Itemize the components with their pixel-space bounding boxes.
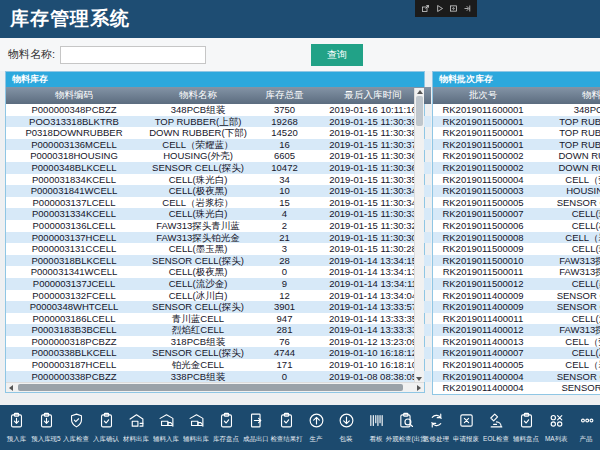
table-row[interactable]: POO313318BLKTRBTOP RUBBER(上部)192682019-0… xyxy=(6,116,431,128)
scroll-left-arrow-icon[interactable] xyxy=(9,385,13,391)
table-row[interactable]: RK2019011500008CELL（岩浆棕） xyxy=(433,232,600,244)
table-row[interactable]: P000003187HCELL铂光金CELL1712019-01-10 16:1… xyxy=(6,359,431,371)
toolbar-button[interactable]: 预入库 xyxy=(1,412,31,444)
toolbar-button[interactable]: 辅料盘点 xyxy=(511,412,541,444)
table-row[interactable]: RK2019011400004SENSOR CELL(探 xyxy=(433,382,600,394)
table-row[interactable]: RK2019011400009SENSOR CELL(探头 xyxy=(433,301,600,313)
table-cell: 14520 xyxy=(254,127,315,139)
search-label: 物料名称: xyxy=(8,47,55,62)
column-header[interactable]: 物料名称 xyxy=(142,87,254,104)
toolbar-button[interactable]: MA列表 xyxy=(541,412,571,444)
table-row[interactable]: P000000348PCBZZ348PCB组装37502019-01-16 10… xyxy=(6,104,431,116)
query-button[interactable]: 查询 xyxy=(311,44,363,66)
table-row[interactable]: P0003183B3BCELL烈焰红CELL2812019-01-14 13:3… xyxy=(6,324,431,336)
scroll-right-arrow-icon[interactable] xyxy=(417,385,421,391)
warehouse-truck-icon xyxy=(188,412,205,433)
column-header[interactable]: 库存总量 xyxy=(254,87,315,104)
table-row[interactable]: P000003137JCELLCELL(流沙金)92019-01-14 13:3… xyxy=(6,278,431,290)
scrollbar-thumb[interactable] xyxy=(416,96,423,126)
table-row[interactable]: RK2019011400009SENSOR CELL(探头 xyxy=(433,290,600,302)
toolbar-button[interactable]: 产品 xyxy=(571,412,600,444)
material-name-input[interactable] xyxy=(60,46,206,64)
toolbar-button[interactable]: 辅料出库 xyxy=(181,412,211,444)
table-row[interactable]: P000003186LCELL青川蓝CELL9472019-01-14 13:3… xyxy=(6,313,431,325)
table-row[interactable]: RK2019011500001TOP RUBBER(上部 xyxy=(433,116,600,128)
column-header[interactable]: 批次号 xyxy=(433,87,533,104)
microscope-icon xyxy=(488,412,505,433)
table-row[interactable]: RK2019011500010FAW313探头青川蓝 xyxy=(433,255,600,267)
table-cell: SENSOR CELL(探头) xyxy=(142,347,254,359)
table-row[interactable]: RK2019011500003HOUSING(外壳) xyxy=(433,185,600,197)
table-row[interactable]: P0000318BLKCELLSENSOR CELL(探头)282019-01-… xyxy=(6,255,431,267)
table-row[interactable]: P000003132FCELLCELL(冰川白)122019-01-14 13:… xyxy=(6,290,431,302)
table-row[interactable]: RK2019011500011FAW313探头铂光金 xyxy=(433,266,600,278)
table-row[interactable]: RK2019011500006CELL(极夜黑) xyxy=(433,220,600,232)
table-row[interactable]: RK2019011500001TOP RUBBER(上部 xyxy=(433,127,600,139)
toolbar-button[interactable]: EOL检查 xyxy=(481,412,511,444)
table-row[interactable]: RK2019011500012CELL(墨玉黑) xyxy=(433,278,600,290)
scroll-up-arrow-icon[interactable] xyxy=(417,90,423,94)
table-cell: CELL(冰川白) xyxy=(142,290,254,302)
table-row[interactable]: P000031341WCELLCELL(极夜黑)02019-01-14 13:3… xyxy=(6,266,431,278)
recorder-overlay[interactable] xyxy=(415,0,477,17)
table-row[interactable]: P000003131CCELLCELL(墨玉黑)32019-01-15 11:3… xyxy=(6,243,431,255)
toolbar-button[interactable]: 检查结果打 xyxy=(271,412,301,444)
table-row[interactable]: RK2019011600001348PCB组装 xyxy=(433,104,600,116)
scroll-down-arrow-icon[interactable] xyxy=(416,377,422,381)
toolbar-button[interactable]: 库存盘点 xyxy=(211,412,241,444)
horizontal-scrollbar[interactable] xyxy=(6,382,424,392)
table-row[interactable]: P0000318HOUSINGHOUSING(外壳)66052019-01-15… xyxy=(6,150,431,162)
table-row[interactable]: P0318DOWNRUBBERDOWN RUBBER(下部)145202019-… xyxy=(6,127,431,139)
column-header[interactable]: 物料名称 xyxy=(533,87,600,104)
toolbar-button[interactable]: 辅料入库 xyxy=(151,412,181,444)
table-row[interactable]: P0000348WHTCELLSENSOR CELL(探头)39012019-0… xyxy=(6,301,431,313)
table-row[interactable]: RK2019011500009CELL(珠光白) xyxy=(433,243,600,255)
play-icon[interactable] xyxy=(435,4,444,13)
toolbar-button[interactable]: 生产 xyxy=(301,412,331,444)
table-row[interactable]: RK2019011400013CELL（荣耀蓝） xyxy=(433,336,600,348)
toolbar-button[interactable]: 外观检查(出货 xyxy=(391,412,421,444)
table-row[interactable]: P000003136LCELLFAW313探头青川蓝22019-01-15 11… xyxy=(6,220,431,232)
table-row[interactable]: P0000348BLKCELLSENSOR CELL(探头)104722019-… xyxy=(6,162,431,174)
table-cell: RK2019011500001 xyxy=(433,116,533,128)
toolbar-button[interactable]: 返修处理 xyxy=(421,412,451,444)
column-header[interactable]: 物料编码 xyxy=(6,87,142,104)
table-row[interactable]: RK2019011400012FAW313探头铂光金 xyxy=(433,324,600,336)
toolbar-button[interactable]: 材料出库 xyxy=(121,412,151,444)
toolbar-button[interactable]: 成品出口 xyxy=(241,412,271,444)
table-row[interactable]: RK2019011400005CELL（岩浆棕） xyxy=(433,359,600,371)
export-icon[interactable] xyxy=(421,4,430,13)
toolbar-button[interactable]: 入库确认 xyxy=(91,412,121,444)
table-row[interactable]: RK2019011500001TOP RUBBER(上部 xyxy=(433,139,600,151)
toolbar-button[interactable]: 预入库现5 xyxy=(31,412,61,444)
table-row[interactable]: P000000318PCBZZ318PCB组装762019-01-12 13:2… xyxy=(6,336,431,348)
table-cell: P000003137JCELL xyxy=(6,278,142,290)
toolbar-label: 外观检查(出货 xyxy=(386,434,427,443)
table-row[interactable]: RK2019011400007CELL(冰川白) xyxy=(433,347,600,359)
table-cell: 16 xyxy=(254,139,315,151)
table-row[interactable]: P000031834KCELLCELL(珠光白)342019-01-15 11:… xyxy=(6,174,431,186)
screen-icon[interactable] xyxy=(449,4,458,13)
table-row[interactable]: P000031334KCELLCELL(珠光白)42019-01-15 11:3… xyxy=(6,208,431,220)
table-row[interactable]: P000003137HCELLFAW313探头铂光金212019-01-15 1… xyxy=(6,232,431,244)
table-row[interactable]: RK2019011500007CELL(珠光白) xyxy=(433,208,600,220)
table-row[interactable]: P000003137LCELLCELL（岩浆棕）152019-01-15 11:… xyxy=(6,197,431,209)
table-cell: RK2019011500006 xyxy=(433,220,533,232)
table-row[interactable]: P000031841WCELLCELL(极夜黑)102019-01-15 11:… xyxy=(6,185,431,197)
table-cell: POO313318BLKTRB xyxy=(6,116,142,128)
table-row[interactable]: P000000338PCBZZ338PCB组装02019-01-08 08:38… xyxy=(6,371,431,383)
toolbar-button[interactable]: 申请报废 xyxy=(451,412,481,444)
table-row[interactable]: P000003136MCELLCELL（荣耀蓝）162019-01-15 11:… xyxy=(6,139,431,151)
toolbar-button[interactable]: 入库检查 xyxy=(61,412,91,444)
table-row[interactable]: RK2019011500002DOWN RUBBER(下 xyxy=(433,162,600,174)
table-row[interactable]: RK2019011500005SENSOR CELL(探头 xyxy=(433,197,600,209)
toolbar-button[interactable]: 包装 xyxy=(331,412,361,444)
table-row[interactable]: RK2019011400011CELL(流沙金) xyxy=(433,313,600,325)
table-row[interactable]: RK2019011500002DOWN RUBBER(下 xyxy=(433,150,600,162)
share-icon[interactable] xyxy=(463,4,472,13)
table-row[interactable]: RK2019011500004CELL（荣耀蓝） xyxy=(433,174,600,186)
table-row[interactable]: RK2019011400004SENSOR CELL(探头 xyxy=(433,371,600,383)
table-row[interactable]: P0000338BLKCELLSENSOR CELL(探头)47442019-0… xyxy=(6,347,431,359)
vertical-scrollbar[interactable] xyxy=(414,88,424,383)
scrollbar-thumb[interactable] xyxy=(18,384,403,391)
